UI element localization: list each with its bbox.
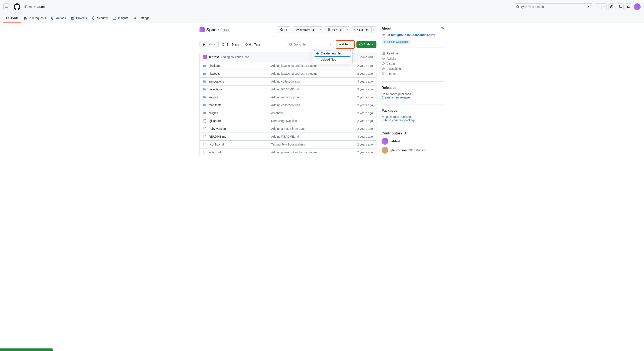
releases-heading[interactable]: Releases	[382, 86, 444, 90]
commit-sha[interactable]: c46c7bd	[360, 55, 373, 59]
repo-name: Space	[206, 28, 219, 32]
file-icon	[203, 143, 206, 146]
search-placeholder-suffix: to search	[532, 5, 544, 8]
file-name-link[interactable]: .gitignore	[209, 119, 221, 122]
upload-files-item[interactable]: Upload files	[314, 56, 351, 62]
command-palette-button[interactable]	[586, 4, 593, 10]
file-icon	[203, 135, 206, 138]
folder-icon	[203, 96, 206, 99]
readme-link[interactable]: Readme	[382, 51, 444, 56]
file-commit-msg[interactable]: Testing Jekyll possibilities	[271, 143, 347, 146]
repo-link[interactable]: Space	[36, 5, 45, 8]
commit-message[interactable]: Adding collection.json	[220, 55, 249, 59]
tab-actions[interactable]: Actions	[48, 14, 68, 23]
file-commit-msg[interactable]: As above	[271, 111, 347, 115]
file-commit-msg[interactable]: Adding collection.json	[271, 80, 347, 83]
file-commit-msg[interactable]: Adding a better intro page	[271, 127, 347, 130]
unwatch-dropdown[interactable]	[318, 26, 323, 33]
file-commit-msg[interactable]: Adding manifest.json	[271, 96, 347, 99]
commit-author[interactable]: iiif-test	[209, 55, 219, 59]
packages-heading[interactable]: Packages	[382, 109, 444, 112]
go-to-file-input[interactable]: Go to file t	[287, 41, 334, 48]
pin-button[interactable]: Pin	[277, 26, 291, 33]
table-icon	[71, 16, 74, 20]
folder-icon	[203, 104, 206, 107]
file-time: 2 years ago	[347, 119, 373, 122]
add-file-button[interactable]: Add file	[336, 41, 354, 48]
file-name-link[interactable]: _layouts	[209, 72, 220, 75]
file-name-link[interactable]: collections	[209, 88, 222, 91]
tab-projects[interactable]: Projects	[68, 14, 90, 23]
file-commit-msg[interactable]: Adding collection.json	[271, 104, 347, 107]
file-time: 2 years ago	[347, 111, 373, 115]
owner-link[interactable]: iiif-test	[24, 5, 32, 8]
chevron-down-icon	[349, 44, 351, 46]
tags-link[interactable]: 0 Tags	[244, 43, 260, 46]
create-new-dropdown[interactable]	[602, 4, 606, 10]
tab-code[interactable]: Code	[4, 14, 21, 23]
tab-settings[interactable]: Settings	[131, 14, 152, 23]
file-name-link[interactable]: plugins	[209, 111, 218, 115]
search-input[interactable]: Type / to search	[514, 4, 586, 10]
tab-insights[interactable]: Insights	[110, 14, 131, 23]
file-commit-msg[interactable]: Removing swp files	[271, 119, 347, 122]
create-release-link[interactable]: Create a new release	[382, 96, 410, 99]
file-name-link[interactable]: .ruby-version	[209, 127, 226, 130]
file-icon	[203, 150, 206, 154]
play-icon	[51, 16, 54, 20]
file-time: 2 years ago	[347, 72, 373, 75]
file-name-link[interactable]: images	[209, 96, 218, 99]
fork-dropdown[interactable]	[345, 26, 350, 33]
contributors-heading[interactable]: Contributors 2	[382, 132, 444, 135]
file-name-link[interactable]: _config.yml	[209, 143, 224, 146]
forks-link[interactable]: 0 forks	[382, 71, 444, 76]
file-name-link[interactable]: _includes	[209, 64, 221, 68]
pull-requests-button[interactable]	[617, 4, 624, 10]
chevron-down-icon	[373, 29, 375, 31]
file-name-link[interactable]: manifests	[209, 104, 222, 107]
create-new-button[interactable]	[595, 4, 602, 10]
branch-icon	[202, 43, 206, 46]
hamburger-menu-button[interactable]	[4, 4, 10, 10]
contributor-item[interactable]: iiif-test	[382, 138, 444, 145]
highlight-annotation: Add file	[336, 40, 355, 49]
commit-author-avatar[interactable]	[203, 55, 207, 59]
create-new-file-item[interactable]: Create new file	[314, 50, 351, 56]
unwatch-button[interactable]: Unwatch 2	[293, 26, 318, 33]
activity-link[interactable]: Activity	[382, 56, 444, 61]
file-commit-msg[interactable]: Adding javascript and extra plugins	[271, 64, 347, 68]
file-row: .ruby-versionAdding a better intro page2…	[200, 125, 376, 133]
tab-pull-requests[interactable]: Pull requests	[21, 14, 48, 23]
fork-button[interactable]: Fork 0	[324, 26, 345, 33]
star-dropdown[interactable]	[372, 26, 376, 33]
issues-button[interactable]	[608, 4, 615, 10]
watching-link[interactable]: 2 watching	[382, 66, 444, 71]
shield-icon	[92, 16, 95, 20]
tab-security[interactable]: Security	[89, 14, 110, 23]
file-commit-msg[interactable]: Adding javascript and extra plugins	[271, 150, 347, 154]
about-settings-button[interactable]	[441, 26, 444, 31]
contributor-item[interactable]: glenrobson Glen Robson	[382, 147, 444, 154]
file-name-link[interactable]: README.md	[209, 135, 226, 138]
stars-link[interactable]: 0 stars	[382, 61, 444, 66]
file-commit-msg[interactable]: Adding README.md	[271, 135, 347, 138]
file-commit-msg[interactable]: Adding javascript and extra plugins	[271, 72, 347, 75]
topic-tag[interactable]: iiif-training-workbench	[382, 40, 411, 44]
chevron-down-icon	[372, 44, 374, 46]
publish-package-link[interactable]: Publish your first package	[382, 118, 416, 122]
inbox-button[interactable]	[625, 4, 632, 10]
file-commit-msg[interactable]: Adding README.md	[271, 88, 347, 91]
branches-link[interactable]: 1 Branch	[222, 43, 241, 46]
go-to-file-key: t	[329, 43, 332, 46]
homepage-link[interactable]: iiif-test.github.io/Space/index.html	[387, 33, 435, 36]
branch-selector[interactable]: main	[200, 41, 219, 48]
file-row: annotationsAdding collection.json3 years…	[200, 78, 376, 86]
star-button[interactable]: Star 0	[352, 26, 372, 33]
file-name-link[interactable]: index.md	[209, 150, 221, 154]
github-logo[interactable]	[14, 4, 20, 10]
add-file-label: Add file	[339, 42, 348, 46]
file-name-link[interactable]: annotations	[209, 80, 224, 83]
file-time: 2 years ago	[347, 96, 373, 99]
code-button[interactable]: Code	[356, 41, 376, 48]
user-avatar[interactable]	[634, 4, 640, 10]
